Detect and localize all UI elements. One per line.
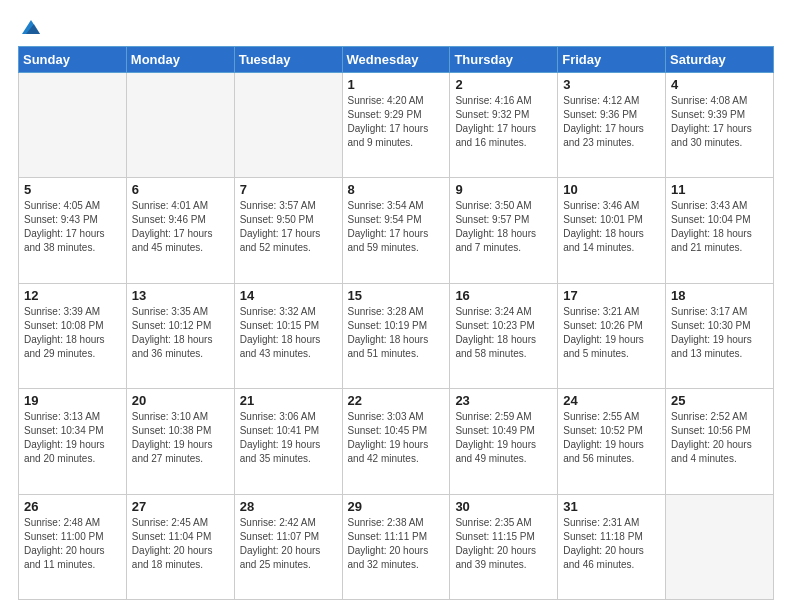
calendar-cell: 3Sunrise: 4:12 AM Sunset: 9:36 PM Daylig… [558,73,666,178]
calendar-day-header: Wednesday [342,47,450,73]
day-number: 8 [348,182,445,197]
day-number: 30 [455,499,552,514]
day-number: 3 [563,77,660,92]
calendar-cell: 1Sunrise: 4:20 AM Sunset: 9:29 PM Daylig… [342,73,450,178]
calendar-cell: 15Sunrise: 3:28 AM Sunset: 10:19 PM Dayl… [342,283,450,388]
day-info: Sunrise: 4:08 AM Sunset: 9:39 PM Dayligh… [671,94,768,150]
day-info: Sunrise: 3:43 AM Sunset: 10:04 PM Daylig… [671,199,768,255]
header [18,16,774,36]
day-number: 1 [348,77,445,92]
calendar-day-header: Sunday [19,47,127,73]
day-info: Sunrise: 3:17 AM Sunset: 10:30 PM Daylig… [671,305,768,361]
day-number: 13 [132,288,229,303]
day-number: 4 [671,77,768,92]
day-info: Sunrise: 3:39 AM Sunset: 10:08 PM Daylig… [24,305,121,361]
day-info: Sunrise: 3:06 AM Sunset: 10:41 PM Daylig… [240,410,337,466]
calendar-cell: 20Sunrise: 3:10 AM Sunset: 10:38 PM Dayl… [126,389,234,494]
day-number: 10 [563,182,660,197]
day-info: Sunrise: 4:12 AM Sunset: 9:36 PM Dayligh… [563,94,660,150]
calendar-cell: 14Sunrise: 3:32 AM Sunset: 10:15 PM Dayl… [234,283,342,388]
day-info: Sunrise: 3:57 AM Sunset: 9:50 PM Dayligh… [240,199,337,255]
day-info: Sunrise: 3:32 AM Sunset: 10:15 PM Daylig… [240,305,337,361]
calendar-cell: 24Sunrise: 2:55 AM Sunset: 10:52 PM Dayl… [558,389,666,494]
day-info: Sunrise: 3:54 AM Sunset: 9:54 PM Dayligh… [348,199,445,255]
calendar-table: SundayMondayTuesdayWednesdayThursdayFrid… [18,46,774,600]
day-number: 23 [455,393,552,408]
calendar-day-header: Tuesday [234,47,342,73]
day-info: Sunrise: 3:35 AM Sunset: 10:12 PM Daylig… [132,305,229,361]
day-number: 29 [348,499,445,514]
calendar-week-row: 5Sunrise: 4:05 AM Sunset: 9:43 PM Daylig… [19,178,774,283]
day-number: 16 [455,288,552,303]
day-info: Sunrise: 4:05 AM Sunset: 9:43 PM Dayligh… [24,199,121,255]
calendar-week-row: 26Sunrise: 2:48 AM Sunset: 11:00 PM Dayl… [19,494,774,599]
day-info: Sunrise: 3:24 AM Sunset: 10:23 PM Daylig… [455,305,552,361]
day-info: Sunrise: 2:48 AM Sunset: 11:00 PM Daylig… [24,516,121,572]
calendar-cell: 25Sunrise: 2:52 AM Sunset: 10:56 PM Dayl… [666,389,774,494]
calendar-cell: 29Sunrise: 2:38 AM Sunset: 11:11 PM Dayl… [342,494,450,599]
logo-icon [20,16,42,38]
day-number: 7 [240,182,337,197]
calendar-week-row: 1Sunrise: 4:20 AM Sunset: 9:29 PM Daylig… [19,73,774,178]
page: SundayMondayTuesdayWednesdayThursdayFrid… [0,0,792,612]
day-info: Sunrise: 3:13 AM Sunset: 10:34 PM Daylig… [24,410,121,466]
day-number: 22 [348,393,445,408]
calendar-cell: 10Sunrise: 3:46 AM Sunset: 10:01 PM Dayl… [558,178,666,283]
calendar-cell: 13Sunrise: 3:35 AM Sunset: 10:12 PM Dayl… [126,283,234,388]
calendar-cell [234,73,342,178]
day-number: 31 [563,499,660,514]
calendar-cell: 2Sunrise: 4:16 AM Sunset: 9:32 PM Daylig… [450,73,558,178]
calendar-cell: 19Sunrise: 3:13 AM Sunset: 10:34 PM Dayl… [19,389,127,494]
day-number: 19 [24,393,121,408]
calendar-cell: 7Sunrise: 3:57 AM Sunset: 9:50 PM Daylig… [234,178,342,283]
day-number: 11 [671,182,768,197]
calendar-week-row: 19Sunrise: 3:13 AM Sunset: 10:34 PM Dayl… [19,389,774,494]
day-number: 18 [671,288,768,303]
day-info: Sunrise: 4:01 AM Sunset: 9:46 PM Dayligh… [132,199,229,255]
logo [18,16,42,36]
calendar-cell: 18Sunrise: 3:17 AM Sunset: 10:30 PM Dayl… [666,283,774,388]
day-number: 26 [24,499,121,514]
day-number: 12 [24,288,121,303]
day-info: Sunrise: 2:55 AM Sunset: 10:52 PM Daylig… [563,410,660,466]
day-info: Sunrise: 3:10 AM Sunset: 10:38 PM Daylig… [132,410,229,466]
calendar-cell: 30Sunrise: 2:35 AM Sunset: 11:15 PM Dayl… [450,494,558,599]
day-number: 27 [132,499,229,514]
day-info: Sunrise: 2:31 AM Sunset: 11:18 PM Daylig… [563,516,660,572]
calendar-cell: 4Sunrise: 4:08 AM Sunset: 9:39 PM Daylig… [666,73,774,178]
calendar-cell: 27Sunrise: 2:45 AM Sunset: 11:04 PM Dayl… [126,494,234,599]
calendar-cell [666,494,774,599]
calendar-day-header: Friday [558,47,666,73]
calendar-cell: 26Sunrise: 2:48 AM Sunset: 11:00 PM Dayl… [19,494,127,599]
day-number: 25 [671,393,768,408]
day-number: 15 [348,288,445,303]
calendar-cell: 8Sunrise: 3:54 AM Sunset: 9:54 PM Daylig… [342,178,450,283]
calendar-cell: 17Sunrise: 3:21 AM Sunset: 10:26 PM Dayl… [558,283,666,388]
day-number: 17 [563,288,660,303]
calendar-cell: 12Sunrise: 3:39 AM Sunset: 10:08 PM Dayl… [19,283,127,388]
calendar-cell [126,73,234,178]
day-number: 20 [132,393,229,408]
calendar-cell: 9Sunrise: 3:50 AM Sunset: 9:57 PM Daylig… [450,178,558,283]
day-number: 5 [24,182,121,197]
day-number: 14 [240,288,337,303]
calendar-cell: 22Sunrise: 3:03 AM Sunset: 10:45 PM Dayl… [342,389,450,494]
calendar-cell: 16Sunrise: 3:24 AM Sunset: 10:23 PM Dayl… [450,283,558,388]
calendar-header-row: SundayMondayTuesdayWednesdayThursdayFrid… [19,47,774,73]
calendar-cell: 23Sunrise: 2:59 AM Sunset: 10:49 PM Dayl… [450,389,558,494]
day-number: 21 [240,393,337,408]
day-number: 28 [240,499,337,514]
day-number: 6 [132,182,229,197]
calendar-day-header: Saturday [666,47,774,73]
calendar-cell: 6Sunrise: 4:01 AM Sunset: 9:46 PM Daylig… [126,178,234,283]
day-info: Sunrise: 3:50 AM Sunset: 9:57 PM Dayligh… [455,199,552,255]
day-number: 24 [563,393,660,408]
day-number: 2 [455,77,552,92]
day-info: Sunrise: 2:52 AM Sunset: 10:56 PM Daylig… [671,410,768,466]
day-info: Sunrise: 2:35 AM Sunset: 11:15 PM Daylig… [455,516,552,572]
day-info: Sunrise: 2:45 AM Sunset: 11:04 PM Daylig… [132,516,229,572]
calendar-cell: 21Sunrise: 3:06 AM Sunset: 10:41 PM Dayl… [234,389,342,494]
day-info: Sunrise: 4:20 AM Sunset: 9:29 PM Dayligh… [348,94,445,150]
day-info: Sunrise: 2:38 AM Sunset: 11:11 PM Daylig… [348,516,445,572]
calendar-day-header: Monday [126,47,234,73]
